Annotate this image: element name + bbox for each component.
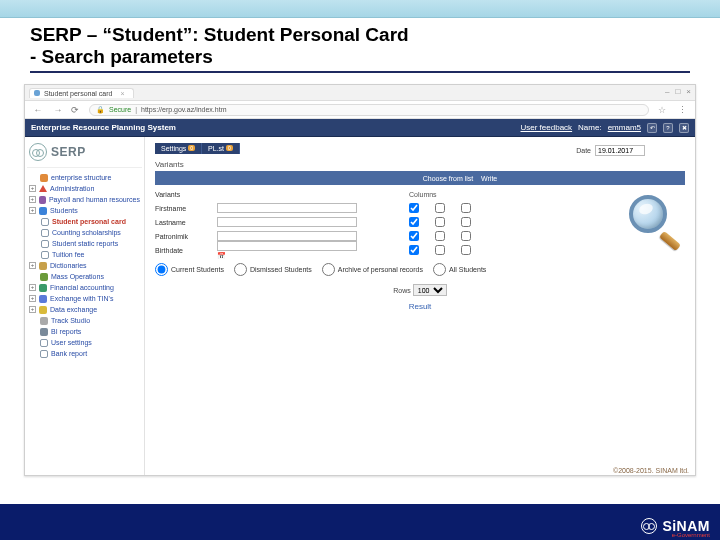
column-checkbox[interactable] (461, 231, 471, 241)
student-filter-radios: Current Students Dismissed Students Arch… (155, 263, 685, 276)
rows-select[interactable]: 100 (413, 284, 447, 296)
radio-dismissed-students[interactable]: Dismissed Students (234, 263, 312, 276)
logo-mark-icon (29, 143, 47, 161)
sidebar-item[interactable]: enterprise structure (27, 172, 142, 183)
nav-item-icon (39, 262, 47, 270)
magnifier-icon (625, 193, 679, 247)
column-checkbox[interactable] (435, 231, 445, 241)
browser-toolbar: ← → ⟳ 🔒 Secure | https://erp.gov.az/inde… (25, 101, 695, 119)
user-feedback-link[interactable]: User feedback (521, 123, 573, 132)
help-icon[interactable]: ? (663, 123, 673, 133)
tree-expand-icon[interactable]: + (29, 284, 36, 291)
search-input[interactable] (217, 203, 357, 213)
result-label: Result (155, 302, 685, 311)
sidebar-item[interactable]: +Payroll and human resources (27, 194, 142, 205)
nav-item-label: Dictionaries (50, 262, 87, 269)
column-checkbox[interactable] (409, 203, 419, 213)
date-input[interactable] (595, 145, 645, 156)
field-label: Birthdate (155, 247, 211, 254)
column-checkbox[interactable] (461, 217, 471, 227)
tree-expand-icon[interactable]: + (29, 262, 36, 269)
nav-item-icon (40, 328, 48, 336)
sidebar-item[interactable]: +Data exchange (27, 304, 142, 315)
nav-item-icon (39, 295, 47, 303)
sidebar-item[interactable]: BI reports (27, 326, 142, 337)
copyright-text: ©2008-2015. SINAM ltd. (613, 467, 689, 474)
tab-settings[interactable]: Settings0 (155, 143, 202, 154)
calendar-icon[interactable]: 📅 (217, 252, 226, 259)
tree-expand-icon[interactable]: + (29, 185, 36, 192)
search-input[interactable] (217, 241, 357, 251)
sidebar-item[interactable]: +Exchange with TIN's (27, 293, 142, 304)
sinam-logo: SiNAM e-Government (641, 518, 710, 534)
sidebar-item[interactable]: Counting scholarships (27, 227, 142, 238)
nav-item-icon (39, 185, 47, 193)
undo-icon[interactable]: ↶ (647, 123, 657, 133)
bookmark-star-icon[interactable]: ☆ (655, 103, 669, 117)
app-title: Enterprise Resource Planning System (31, 123, 176, 132)
tab-plst[interactable]: PL.st0 (202, 143, 240, 154)
sidebar-item[interactable]: User settings (27, 337, 142, 348)
sidebar-item[interactable]: Student personal card (27, 216, 142, 227)
radio-current-students[interactable]: Current Students (155, 263, 224, 276)
back-button[interactable]: ← (31, 103, 45, 117)
app-header-bar: Enterprise Resource Planning System User… (25, 119, 695, 137)
sinam-tagline: e-Government (672, 532, 710, 538)
tree-expand-icon[interactable]: + (29, 306, 36, 313)
column-checkbox[interactable] (461, 203, 471, 213)
search-input[interactable] (217, 217, 357, 227)
sidebar-item[interactable]: Tuition fee (27, 249, 142, 260)
slide-footer: SiNAM e-Government (0, 504, 720, 540)
rows-control: Rows 100 (155, 284, 685, 296)
tab-close-icon[interactable]: × (121, 90, 125, 97)
window-maximize-button[interactable]: □ (675, 87, 680, 96)
nav-tree: enterprise structure+Administration+Payr… (27, 172, 142, 359)
column-checkbox[interactable] (461, 245, 471, 255)
reload-button[interactable]: ⟳ (71, 105, 83, 115)
window-minimize-button[interactable]: – (665, 87, 669, 96)
nav-item-icon (39, 306, 47, 314)
tree-expand-icon[interactable]: + (29, 295, 36, 302)
col-write-label: Write (481, 175, 497, 182)
column-checkbox[interactable] (409, 217, 419, 227)
sidebar-item[interactable]: +Financial accounting (27, 282, 142, 293)
sidebar-item[interactable]: +Students (27, 205, 142, 216)
sidebar-item[interactable]: Track Studio (27, 315, 142, 326)
radio-all-students[interactable]: All Students (433, 263, 486, 276)
tree-expand-icon[interactable]: + (29, 196, 36, 203)
sidebar-item[interactable]: Mass Operations (27, 271, 142, 282)
exit-icon[interactable]: ✖ (679, 123, 689, 133)
nav-item-label: Mass Operations (51, 273, 104, 280)
grid-header-columns: Columns (409, 191, 469, 198)
search-grid: Variants Columns FirstnameLastnamePatron… (155, 187, 685, 257)
window-close-button[interactable]: × (686, 87, 691, 96)
search-row: Firstname (155, 201, 685, 215)
workarea: SERP enterprise structure+Administration… (25, 137, 695, 475)
nav-item-icon (40, 317, 48, 325)
browser-menu-icon[interactable]: ⋮ (675, 103, 689, 117)
address-bar[interactable]: 🔒 Secure | https://erp.gov.az/index.htm (89, 104, 649, 116)
column-checkbox[interactable] (409, 245, 419, 255)
column-checkbox[interactable] (435, 203, 445, 213)
search-input[interactable] (217, 231, 357, 241)
col-choose-label: Choose from list (423, 175, 474, 182)
column-checkbox[interactable] (435, 217, 445, 227)
nav-item-label: Administration (50, 185, 94, 192)
slide-title-block: SERP – “Student”: Student Personal Card … (0, 18, 720, 73)
sidebar-item[interactable]: +Administration (27, 183, 142, 194)
sidebar-item[interactable]: Student static reports (27, 238, 142, 249)
nav-item-label: Payroll and human resources (49, 196, 140, 203)
column-checkbox[interactable] (435, 245, 445, 255)
column-checkbox[interactable] (409, 231, 419, 241)
browser-tab[interactable]: Student personal card × (29, 88, 134, 98)
radio-archive[interactable]: Archive of personal records (322, 263, 423, 276)
forward-button[interactable]: → (51, 103, 65, 117)
nav-item-icon (40, 273, 48, 281)
secure-label: Secure (109, 106, 131, 113)
nav-item-icon (41, 240, 49, 248)
url-text: https://erp.gov.az/index.htm (141, 106, 226, 113)
tree-expand-icon[interactable]: + (29, 207, 36, 214)
sidebar-item[interactable]: +Dictionaries (27, 260, 142, 271)
sidebar-item[interactable]: Bank report (27, 348, 142, 359)
nav-item-label: Data exchange (50, 306, 97, 313)
